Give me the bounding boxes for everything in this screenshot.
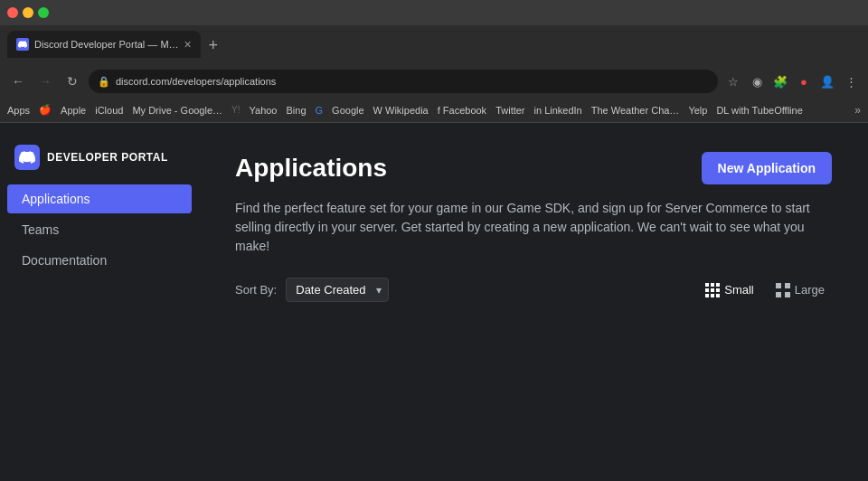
svg-rect-6 (705, 294, 709, 297)
bookmark-twitter[interactable]: Twitter (495, 105, 524, 116)
new-application-button[interactable]: New Application (702, 152, 832, 184)
bookmark-bing[interactable]: Bing (287, 105, 307, 116)
tab-close-button[interactable]: × (184, 37, 192, 52)
small-view-label: Small (724, 283, 754, 297)
svg-rect-9 (776, 283, 781, 288)
svg-rect-11 (776, 292, 781, 297)
account-icon[interactable]: ◉ (747, 71, 767, 91)
bookmark-tubeoffline[interactable]: DL with TubeOffline (716, 105, 802, 116)
bookmark-wikipedia[interactable]: W Wikipedia (373, 105, 429, 116)
page-title: Applications (235, 154, 387, 183)
description-text: Find the perfect feature set for your ga… (235, 199, 832, 256)
forward-button[interactable]: → (34, 71, 56, 92)
svg-rect-8 (716, 294, 720, 297)
sidebar-brand: Developer Portal (47, 151, 168, 164)
svg-rect-12 (785, 292, 790, 297)
sidebar: Developer Portal Applications Teams Docu… (0, 123, 199, 481)
alert-icon[interactable]: ● (794, 71, 814, 91)
small-view-button[interactable]: Small (698, 279, 761, 301)
tab-bar: Discord Developer Portal — M… × + (0, 25, 868, 58)
svg-rect-2 (716, 283, 720, 287)
tab-title: Discord Developer Portal — M… (34, 39, 179, 50)
svg-rect-7 (711, 294, 714, 297)
back-button[interactable]: ← (7, 71, 29, 92)
traffic-lights (7, 7, 49, 18)
bookmark-facebook[interactable]: f Facebook (438, 105, 486, 116)
main-header: Applications New Application (235, 152, 832, 184)
title-bar (0, 0, 868, 25)
close-window-button[interactable] (7, 7, 18, 18)
reload-button[interactable]: ↻ (61, 71, 83, 92)
sidebar-header: Developer Portal (0, 137, 199, 184)
sidebar-nav: Applications Teams Documentation (0, 184, 199, 275)
bookmark-gdrive[interactable]: My Drive - Google… (132, 105, 222, 116)
svg-rect-1 (711, 283, 714, 287)
bookmark-icon[interactable]: ☆ (723, 71, 743, 91)
toolbar: ← → ↻ 🔒 discord.com/developers/applicati… (0, 65, 868, 98)
sort-select[interactable]: Date Created Name (286, 278, 389, 302)
app-layout: Developer Portal Applications Teams Docu… (0, 123, 868, 481)
sort-label: Sort By: (235, 283, 277, 297)
url-text: discord.com/developers/applications (116, 76, 709, 87)
bookmark-icloud[interactable]: iCloud (95, 105, 123, 116)
bookmark-apple[interactable]: Apple (61, 105, 86, 116)
large-view-button[interactable]: Large (769, 279, 832, 301)
maximize-window-button[interactable] (38, 7, 49, 18)
sort-select-wrapper: Date Created Name (286, 278, 389, 302)
svg-rect-3 (705, 288, 709, 292)
bookmark-yahoo[interactable]: Yahoo (250, 105, 278, 116)
profile-icon[interactable]: 👤 (817, 71, 837, 91)
bookmark-google[interactable]: G (316, 105, 324, 116)
svg-rect-10 (785, 283, 790, 288)
tab-favicon (16, 38, 29, 51)
bookmark-weather[interactable]: The Weather Cha… (591, 105, 680, 116)
browser-chrome: Discord Developer Portal — M… × + (0, 0, 868, 65)
bookmarks-bar: Apps 🍎Apple iCloud My Drive - Google… Y!… (0, 98, 868, 123)
svg-rect-0 (705, 283, 709, 287)
more-bookmarks-button[interactable]: » (854, 104, 861, 117)
bookmark-google-text[interactable]: Google (332, 105, 363, 116)
bookmark-yelp[interactable]: Yelp (688, 105, 707, 116)
svg-rect-4 (711, 288, 714, 292)
sort-row: Sort By: Date Created Name Small (235, 278, 832, 302)
bookmark-apps[interactable]: Apps (7, 105, 30, 116)
discord-logo (14, 145, 40, 170)
bookmark-linkedin[interactable]: in LinkedIn (534, 105, 582, 116)
sidebar-item-teams[interactable]: Teams (7, 215, 192, 244)
main-content: Applications New Application Find the pe… (199, 123, 868, 481)
sidebar-item-documentation[interactable]: Documentation (7, 246, 192, 275)
view-toggle: Small Large (698, 279, 832, 301)
large-view-label: Large (795, 283, 825, 297)
new-tab-button[interactable]: + (201, 33, 226, 58)
menu-icon[interactable]: ⋮ (841, 71, 861, 91)
active-tab[interactable]: Discord Developer Portal — M… × (7, 31, 201, 58)
extension-icon[interactable]: 🧩 (770, 71, 790, 91)
address-bar[interactable]: 🔒 discord.com/developers/applications (89, 70, 718, 93)
sidebar-item-applications[interactable]: Applications (7, 184, 192, 213)
svg-rect-5 (716, 288, 720, 292)
minimize-window-button[interactable] (23, 7, 33, 18)
toolbar-icons: ☆ ◉ 🧩 ● 👤 ⋮ (723, 71, 861, 91)
